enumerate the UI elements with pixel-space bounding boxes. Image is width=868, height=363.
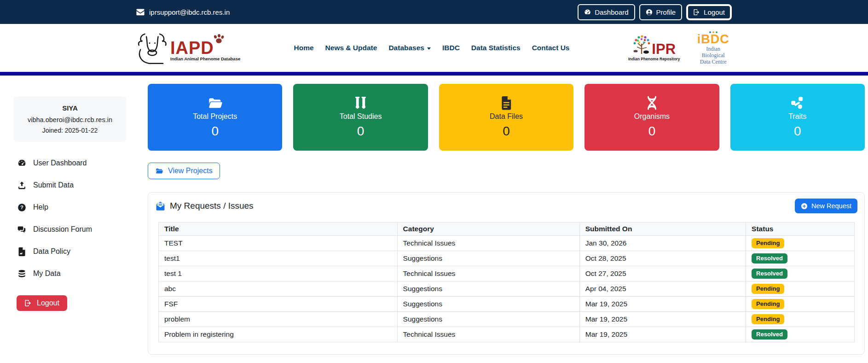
ipr-logo[interactable]: IPR Indian Phenome Repository: [628, 35, 680, 61]
upload-icon: [17, 181, 26, 190]
cow-icon: [136, 30, 169, 66]
iapd-logo[interactable]: IAPD Indian Animal Phenome Database: [136, 30, 235, 66]
partner-logos: IPR Indian Phenome Repository iBDC India…: [628, 31, 732, 65]
cell-title: FSF: [159, 297, 398, 312]
sidebar-item-discussion-forum[interactable]: Discussion Forum: [14, 218, 126, 240]
support-email-link[interactable]: iprsupport@ibdc.rcb.res.in: [136, 8, 230, 16]
sidebar-item-data-policy[interactable]: Data Policy: [14, 240, 126, 263]
cell-title: problem: [159, 312, 398, 327]
speedometer-icon: [584, 9, 591, 16]
stat-card-label: Total Projects: [193, 112, 237, 121]
nav-data-statistics[interactable]: Data Statistics: [471, 44, 521, 52]
ibdc-logo[interactable]: iBDC Indian Biological Data Centre: [694, 31, 732, 65]
cell-submitted: Mar 19, 2025: [579, 327, 746, 342]
cell-category: Technical Issues: [397, 327, 579, 342]
share-nodes-icon: [790, 96, 804, 110]
envelope-icon: [136, 9, 145, 16]
cell-category: Suggestions: [397, 312, 579, 327]
cell-status: Resolved: [746, 327, 855, 342]
nav-databases[interactable]: Databases: [388, 44, 431, 52]
dna-icon: [645, 96, 659, 110]
stat-card-value: 0: [357, 124, 365, 139]
profile-button[interactable]: Profile: [639, 4, 683, 20]
column-header-category[interactable]: Category: [397, 222, 579, 236]
sign-out-icon: [693, 9, 700, 16]
table-row[interactable]: test 1 Technical Issues Oct 27, 2025 Res…: [159, 266, 855, 281]
nav-ibdc[interactable]: IBDC: [442, 44, 460, 52]
sidebar-item-my-data[interactable]: My Data: [14, 263, 126, 285]
table-row[interactable]: problem Suggestions Mar 19, 2025 Pending: [159, 312, 855, 327]
new-request-button[interactable]: New Request: [795, 199, 857, 213]
cell-submitted: Mar 19, 2025: [579, 312, 746, 327]
column-header-title[interactable]: Title: [159, 222, 398, 236]
file-policy-icon: [17, 247, 26, 256]
cell-title: Problem in registering: [159, 327, 398, 342]
dashboard-button-label: Dashboard: [595, 8, 628, 16]
cell-title: test 1: [159, 266, 398, 281]
cell-submitted: Oct 27, 2025: [579, 266, 746, 281]
table-row[interactable]: abc Suggestions Apr 04, 2025 Pending: [159, 281, 855, 297]
new-request-label: New Request: [811, 202, 851, 210]
view-projects-button[interactable]: View Projects: [148, 163, 220, 179]
folder-open-icon: [155, 167, 163, 175]
user-joined-date: Joined: 2025-01-22: [17, 127, 122, 134]
cell-title: test1: [159, 251, 398, 266]
status-badge: Resolved: [752, 269, 787, 279]
content: SIYA vibha.oberoi@ibdc.rcb.res.in Joined…: [0, 76, 868, 355]
sidebar-item-label: Data Policy: [33, 247, 70, 256]
brand-subtitle: Indian Animal Phenome Database: [170, 56, 240, 61]
stat-card-label: Data Files: [490, 112, 523, 121]
ipr-title: IPR: [652, 43, 676, 56]
stat-card-value: 0: [648, 124, 656, 139]
sidebar: SIYA vibha.oberoi@ibdc.rcb.res.in Joined…: [14, 84, 126, 355]
sidebar-item-user-dashboard[interactable]: User Dashboard: [14, 152, 126, 174]
cell-category: Suggestions: [397, 251, 579, 266]
sidebar-item-label: Submit Data: [33, 181, 74, 189]
speedometer-icon: [17, 159, 26, 168]
sidebar-logout-label: Logout: [37, 299, 59, 307]
column-header-status[interactable]: Status: [746, 222, 855, 236]
sidebar-item-label: Help: [33, 203, 48, 211]
user-email: vibha.oberoi@ibdc.rcb.res.in: [17, 116, 122, 123]
svg-text:?: ?: [20, 205, 23, 210]
column-header-submitted-on[interactable]: Submitted On: [579, 222, 746, 236]
topbar-logout-button[interactable]: Logout: [686, 4, 732, 20]
table-row[interactable]: Problem in registering Technical Issues …: [159, 327, 855, 342]
cell-submitted: Oct 28, 2025: [579, 251, 746, 266]
sidebar-logout-button[interactable]: Logout: [17, 295, 67, 311]
stat-card-organisms[interactable]: Organisms 0: [584, 84, 719, 151]
nav-home[interactable]: Home: [294, 44, 313, 52]
phenome-tree-icon: [632, 35, 651, 56]
cell-status: Pending: [746, 297, 855, 312]
topbar-actions: Dashboard Profile Logout: [578, 4, 732, 20]
stat-card-value: 0: [794, 124, 801, 139]
stat-cards: Total Projects 0 Total Studies 0 Data Fi…: [148, 84, 865, 151]
chevron-down-icon: [427, 47, 431, 50]
table-row[interactable]: TEST Technical Issues Jan 30, 2026 Pendi…: [159, 236, 855, 251]
cell-submitted: Apr 04, 2025: [579, 281, 746, 297]
sign-out-icon: [24, 299, 32, 307]
brand-title: IAPD: [170, 40, 240, 56]
cell-status: Resolved: [746, 251, 855, 266]
stat-card-total-studies[interactable]: Total Studies 0: [293, 84, 428, 151]
stat-card-traits[interactable]: Traits 0: [730, 84, 865, 151]
sidebar-item-help[interactable]: ? Help: [14, 196, 126, 218]
user-card: SIYA vibha.oberoi@ibdc.rcb.res.in Joined…: [14, 96, 126, 142]
folder-open-icon: [208, 96, 222, 110]
view-projects-label: View Projects: [168, 167, 213, 175]
main-nav: Home News & Update Databases IBDC Data S…: [294, 44, 569, 52]
stat-card-total-projects[interactable]: Total Projects 0: [148, 84, 282, 151]
nav-news-update[interactable]: News & Update: [325, 44, 377, 52]
table-row[interactable]: FSF Suggestions Mar 19, 2025 Pending: [159, 297, 855, 312]
stat-card-data-files[interactable]: Data Files 0: [439, 84, 573, 151]
sidebar-item-label: User Dashboard: [33, 159, 87, 167]
dashboard-button[interactable]: Dashboard: [578, 4, 635, 20]
nav-contact-us[interactable]: Contact Us: [532, 44, 570, 52]
stat-card-value: 0: [211, 124, 219, 139]
sidebar-item-submit-data[interactable]: Submit Data: [14, 174, 126, 196]
sidebar-item-label: Discussion Forum: [33, 225, 92, 234]
support-email-text: iprsupport@ibdc.rcb.res.in: [149, 8, 230, 16]
table-row[interactable]: test1 Suggestions Oct 28, 2025 Resolved: [159, 251, 855, 266]
cell-category: Technical Issues: [397, 266, 579, 281]
cell-category: Technical Issues: [397, 236, 579, 251]
